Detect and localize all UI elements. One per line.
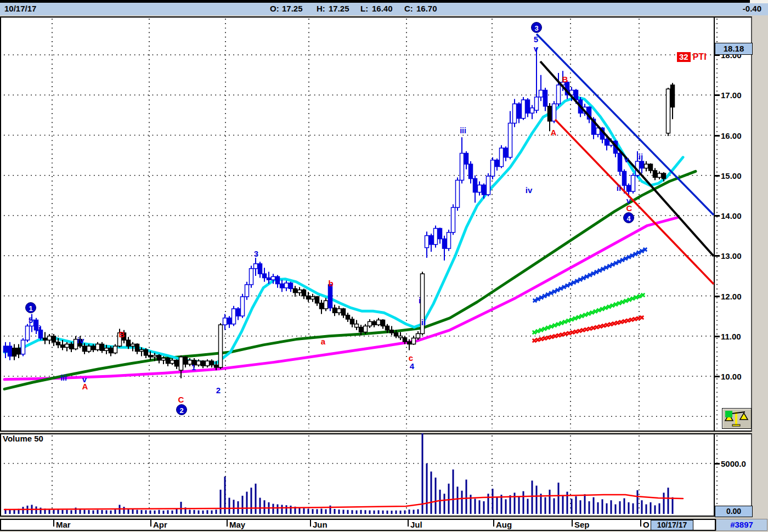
title-bar: 10/17/17 O: 17.25 H: 17.25 L: 16.40 C: 1… (0, 0, 768, 15)
price-tick-mark (715, 336, 720, 337)
month-tick-mark (150, 520, 151, 527)
price-tick-label: 13.00 (721, 251, 742, 261)
open-label: O: (270, 4, 279, 13)
price-tick-mark (715, 215, 720, 217)
volume-chart-pane[interactable] (0, 433, 715, 517)
last-date-marker: 10/17/17 (651, 520, 693, 530)
month-label: Apr (153, 520, 167, 529)
month-label: Jul (410, 520, 422, 529)
month-label: Jun (313, 520, 327, 529)
close-label: C: (404, 4, 413, 13)
month-label: Sep (574, 520, 590, 529)
volume-pane-title: Volume 50 (3, 434, 43, 443)
price-tick-mark (715, 376, 720, 377)
green-square-icon (725, 411, 732, 417)
month-tick-mark (227, 520, 228, 527)
pti-indicator: 32 PTI (677, 52, 707, 62)
pti-label: PTI (693, 52, 707, 62)
titlebar-corner-gap (750, 0, 768, 3)
bar-number: #3897 (716, 519, 767, 531)
low-label: L: (360, 4, 368, 13)
time-axis: MarAprMayJunJulAugSepO (0, 519, 716, 531)
price-tick-mark (715, 255, 720, 257)
open-value: 17.25 (282, 4, 303, 13)
month-label: May (229, 520, 245, 529)
month-tick-mark (493, 520, 494, 527)
price-tick-mark (715, 135, 720, 137)
month-label: Mar (56, 520, 71, 529)
month-tick-mark (640, 520, 641, 527)
month-label: Aug (496, 520, 512, 529)
volume-tick-mark (715, 463, 720, 465)
price-tick-label: 15.00 (721, 171, 742, 180)
high-value: 17.25 (329, 4, 349, 13)
month-tick-mark (408, 520, 409, 527)
low-value: 16.40 (372, 4, 393, 13)
price-tick-label: 14.00 (721, 211, 742, 220)
month-tick-mark (53, 520, 54, 527)
month-tick-mark (310, 520, 311, 527)
volume-tick-label: 5000.0 (721, 459, 746, 468)
price-tick-label: 11.00 (721, 332, 741, 341)
pti-value-badge: 32 (677, 52, 691, 62)
price-tick-mark (715, 296, 720, 297)
price-axis: 18.0017.0016.0015.0014.0013.0012.0011.00… (715, 16, 752, 432)
close-value: 16.70 (416, 4, 437, 13)
price-tick-mark (715, 175, 720, 177)
volume-zero-marker: 0.00 (715, 506, 753, 517)
month-label: O (643, 520, 650, 529)
price-tick-label: 17.00 (721, 90, 742, 100)
high-label: H: (317, 4, 325, 13)
price-chart-pane[interactable] (0, 16, 715, 432)
cursor-date: 10/17/17 (4, 4, 36, 13)
price-tick-label: 12.00 (721, 292, 742, 301)
price-tick-label: 16.00 (721, 131, 742, 140)
volume-axis: 5000.0 (715, 433, 752, 517)
scales-icon-button[interactable] (722, 408, 752, 429)
price-tick-mark (715, 94, 720, 96)
price-tick-label: 10.00 (721, 372, 742, 381)
last-high-price-marker: 18.18 (715, 43, 753, 55)
titlebar-top-strip (0, 0, 750, 3)
month-tick-mark (572, 520, 573, 527)
net-change-value: -0.40 (743, 4, 761, 13)
